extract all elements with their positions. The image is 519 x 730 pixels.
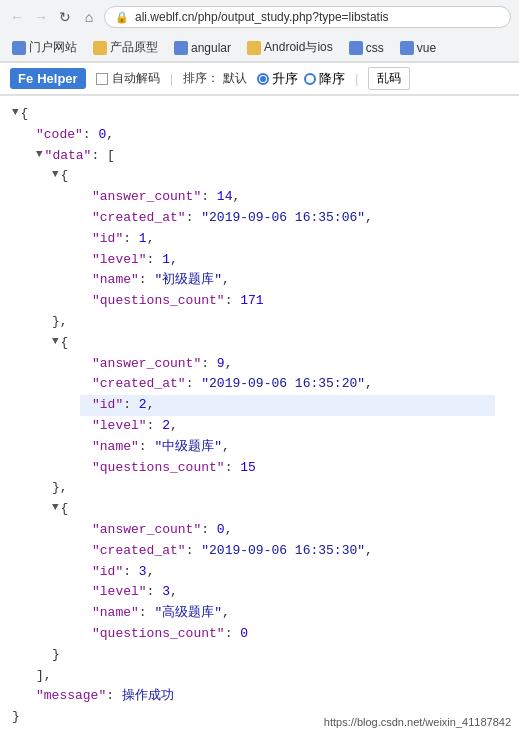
item1-fields: "answer_count" : 14 , "created_at" : "20…: [52, 187, 507, 312]
item3-name: "name" : "高级题库" ,: [92, 603, 507, 624]
item2-created-at: "created_at" : "2019-09-06 16:35:20" ,: [92, 374, 507, 395]
item3-close: }: [52, 645, 507, 666]
item3-block: ▼ { "answer_count" : 0 , "created_at" : …: [12, 499, 507, 665]
bookmark-icon-css: [349, 41, 363, 55]
bookmark-icon-android: [247, 41, 261, 55]
status-url: https://blog.csdn.net/weixin_41187842: [324, 716, 511, 728]
bookmark-icon-angular: [174, 41, 188, 55]
status-bar: https://blog.csdn.net/weixin_41187842: [316, 714, 519, 730]
back-button[interactable]: ←: [8, 8, 26, 26]
auto-decode-item: 自动解码: [96, 70, 160, 87]
item1-id: "id" : 1 ,: [92, 229, 507, 250]
bookmark-label: vue: [417, 41, 436, 55]
nav-bar: ← → ↻ ⌂ 🔒 ali.weblf.cn/php/output_study.…: [0, 0, 519, 34]
lock-icon: 🔒: [115, 11, 129, 24]
bookmark-icon-vue: [400, 41, 414, 55]
bookmark-label: 门户网站: [29, 39, 77, 56]
home-button[interactable]: ⌂: [80, 8, 98, 26]
sort-radio-group: 升序 降序: [257, 70, 345, 88]
auto-decode-checkbox[interactable]: [96, 73, 108, 85]
item2-level: "level" : 2 ,: [92, 416, 507, 437]
item3-answer-count: "answer_count" : 0 ,: [92, 520, 507, 541]
item3-fields: "answer_count" : 0 , "created_at" : "201…: [52, 520, 507, 645]
json-content: ▼ { "code" : 0 , ▼ "data" : [ ▼ { "answe…: [0, 96, 519, 730]
bookmarks-bar: 门户网站 产品原型 angular Android与ios css vue: [0, 34, 519, 62]
fehelper-logo-text: Helper: [37, 71, 77, 86]
bookmark-label: css: [366, 41, 384, 55]
code-value: 0: [98, 125, 106, 146]
data-array-close: ],: [12, 666, 507, 687]
item3-level: "level" : 3 ,: [92, 582, 507, 603]
code-line: "code" : 0 ,: [12, 125, 507, 146]
item3-toggle[interactable]: ▼: [52, 499, 59, 517]
desc-label: 降序: [319, 70, 345, 88]
message-line: "message" : 操作成功: [12, 686, 507, 707]
item2-answer-count: "answer_count" : 9 ,: [92, 354, 507, 375]
root-toggle[interactable]: ▼: [12, 104, 19, 122]
item3-created-at: "created_at" : "2019-09-06 16:35:30" ,: [92, 541, 507, 562]
item3-id: "id" : 3 ,: [92, 562, 507, 583]
item1-created-at: "created_at" : "2019-09-06 16:35:06" ,: [92, 208, 507, 229]
asc-label: 升序: [272, 70, 298, 88]
item1-open: ▼ {: [52, 166, 507, 187]
item1-toggle[interactable]: ▼: [52, 166, 59, 184]
item1-name: "name" : "初级题库" ,: [92, 270, 507, 291]
default-label: 默认: [223, 70, 247, 87]
item2-close: },: [52, 478, 507, 499]
bookmark-prototype[interactable]: 产品原型: [87, 37, 164, 58]
bookmark-vue[interactable]: vue: [394, 39, 442, 57]
bookmark-icon-portal: [12, 41, 26, 55]
auto-decode-label: 自动解码: [112, 70, 160, 87]
item1-level: "level" : 1 ,: [92, 250, 507, 271]
bookmark-icon-prototype: [93, 41, 107, 55]
divider2: |: [355, 71, 358, 86]
message-value: 操作成功: [122, 686, 174, 707]
item2-fields: "answer_count" : 9 , "created_at" : "201…: [52, 354, 507, 479]
random-button[interactable]: 乱码: [368, 67, 410, 90]
bookmark-label: Android与ios: [264, 39, 333, 56]
divider1: |: [170, 71, 173, 86]
bookmark-angular[interactable]: angular: [168, 39, 237, 57]
bookmark-label: angular: [191, 41, 231, 55]
address-bar[interactable]: 🔒 ali.weblf.cn/php/output_study.php?type…: [104, 6, 511, 28]
bookmark-android[interactable]: Android与ios: [241, 37, 339, 58]
data-line: ▼ "data" : [: [12, 146, 507, 167]
item2-id: "id" : 2 ,: [80, 395, 495, 416]
sort-label-item: 排序： 默认: [183, 70, 247, 87]
item2-questions-count: "questions_count" : 15: [92, 458, 507, 479]
bookmark-portal[interactable]: 门户网站: [6, 37, 83, 58]
fehelper-logo: Fe Helper: [10, 68, 86, 89]
asc-radio-circle: [257, 73, 269, 85]
browser-chrome: ← → ↻ ⌂ 🔒 ali.weblf.cn/php/output_study.…: [0, 0, 519, 63]
item2-block: ▼ { "answer_count" : 9 , "created_at" : …: [12, 333, 507, 499]
sort-label: 排序：: [183, 70, 219, 87]
item3-questions-count: "questions_count" : 0: [92, 624, 507, 645]
reload-button[interactable]: ↻: [56, 8, 74, 26]
item2-open: ▼ {: [52, 333, 507, 354]
asc-radio[interactable]: 升序: [257, 70, 298, 88]
item1-answer-count: "answer_count" : 14 ,: [92, 187, 507, 208]
bookmark-label: 产品原型: [110, 39, 158, 56]
root-open: ▼ {: [12, 104, 507, 125]
item3-open: ▼ {: [52, 499, 507, 520]
data-toggle[interactable]: ▼: [36, 146, 43, 164]
bookmark-css[interactable]: css: [343, 39, 390, 57]
item1-questions-count: "questions_count" : 171: [92, 291, 507, 312]
item1-block: ▼ { "answer_count" : 14 , "created_at" :…: [12, 166, 507, 332]
item1-close: },: [52, 312, 507, 333]
item2-toggle[interactable]: ▼: [52, 333, 59, 351]
address-text: ali.weblf.cn/php/output_study.php?type=l…: [135, 10, 500, 24]
fehelper-toolbar: Fe Helper 自动解码 | 排序： 默认 升序 降序 | 乱码: [0, 63, 519, 96]
desc-radio[interactable]: 降序: [304, 70, 345, 88]
item2-name: "name" : "中级题库" ,: [92, 437, 507, 458]
desc-radio-circle: [304, 73, 316, 85]
forward-button[interactable]: →: [32, 8, 50, 26]
